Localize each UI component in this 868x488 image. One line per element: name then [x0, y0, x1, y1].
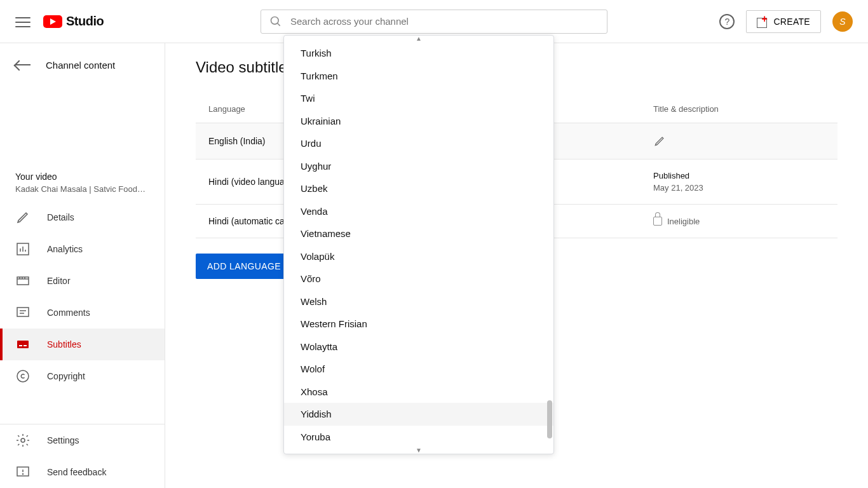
svg-point-18 — [21, 438, 25, 442]
gear-icon — [15, 433, 31, 448]
td-cell: Published May 21, 2023 — [653, 171, 825, 193]
sidebar-item-label: Settings — [47, 435, 79, 445]
dropdown-item[interactable]: Võro — [284, 268, 553, 290]
youtube-icon — [43, 15, 62, 28]
dropdown-item[interactable]: Urdu — [284, 132, 553, 155]
status-text: Published — [653, 171, 825, 180]
create-button[interactable]: CREATE — [746, 10, 821, 33]
chart-icon — [15, 241, 31, 257]
feedback-icon — [15, 464, 31, 480]
svg-point-17 — [17, 370, 29, 382]
dropdown-item[interactable]: Wolaytta — [284, 336, 553, 358]
sidebar-item-label: Analytics — [47, 244, 83, 254]
subtitles-icon — [15, 337, 31, 352]
svg-point-0 — [271, 17, 279, 24]
dropdown-item[interactable]: Ukrainian — [284, 110, 553, 133]
dropdown-item[interactable]: Yoruba — [284, 426, 553, 448]
dropdown-item[interactable]: Western Frisian — [284, 313, 553, 336]
svg-rect-16 — [24, 345, 27, 346]
help-icon[interactable]: ? — [719, 14, 735, 29]
add-language-button[interactable]: ADD LANGUAGE — [196, 254, 292, 279]
sidebar-item-label: Editor — [47, 276, 71, 286]
dropdown-item[interactable]: Venda — [284, 200, 553, 223]
svg-rect-14 — [17, 341, 29, 348]
sidebar-nav: Details Analytics Editor Comments Subtit… — [0, 201, 165, 424]
sidebar-item-editor[interactable]: Editor — [0, 265, 165, 297]
svg-rect-11 — [17, 308, 29, 316]
header-actions: ? CREATE S — [719, 10, 853, 33]
td-cell: Ineligible — [653, 217, 825, 226]
sidebar-item-copyright[interactable]: Copyright — [0, 360, 165, 392]
filmstrip-icon — [15, 273, 31, 288]
dropdown-item[interactable]: Turkmen — [284, 65, 553, 88]
sidebar-bottom: Settings Send feedback — [0, 424, 165, 488]
svg-rect-15 — [19, 345, 22, 346]
dropdown-item[interactable]: Turkish — [284, 42, 553, 65]
menu-icon[interactable] — [15, 14, 31, 29]
dropdown-item[interactable]: Vietnamese — [284, 222, 553, 245]
sidebar-item-feedback[interactable]: Send feedback — [0, 456, 165, 488]
svg-point-21 — [23, 474, 24, 475]
search-icon — [269, 15, 282, 28]
sidebar-item-settings[interactable]: Settings — [0, 424, 165, 456]
dropdown-scrollbar[interactable] — [547, 400, 552, 438]
sidebar-item-label: Copyright — [47, 371, 85, 381]
sidebar-item-label: Send feedback — [47, 467, 106, 477]
video-title: Kadak Chai Masala | Satvic Foods | ... — [15, 184, 149, 194]
sidebar-item-label: Comments — [47, 308, 90, 318]
avatar[interactable]: S — [832, 11, 853, 32]
pencil-icon — [15, 210, 31, 225]
dropdown-list[interactable]: TurkishTurkmenTwiUkrainianUrduUyghurUzbe… — [284, 42, 553, 447]
back-label: Channel content — [46, 60, 115, 71]
date-text: May 21, 2023 — [653, 183, 825, 193]
copyright-icon — [15, 369, 31, 384]
col-title-desc: Title & description — [653, 104, 825, 114]
svg-line-1 — [278, 23, 280, 25]
sidebar-item-analytics[interactable]: Analytics — [0, 233, 165, 265]
comment-icon — [15, 305, 31, 320]
sidebar: Channel content Your video Kadak Chai Ma… — [0, 43, 165, 488]
dropdown-item[interactable]: Volapük — [284, 245, 553, 268]
td-cell — [653, 135, 825, 147]
sidebar-item-details[interactable]: Details — [0, 201, 165, 233]
language-dropdown: ▲ TurkishTurkmenTwiUkrainianUrduUyghurUz… — [283, 35, 554, 454]
dropdown-item[interactable]: Uzbek — [284, 177, 553, 200]
sidebar-item-comments[interactable]: Comments — [0, 297, 165, 329]
create-icon — [757, 16, 768, 27]
back-arrow-icon — [15, 64, 31, 65]
sidebar-item-label: Details — [47, 212, 74, 222]
your-video-label: Your video — [15, 172, 149, 182]
search-input[interactable] — [261, 10, 607, 34]
dropdown-item[interactable]: Xhosa — [284, 381, 553, 403]
ineligible-text: Ineligible — [667, 217, 700, 226]
sidebar-item-label: Subtitles — [47, 339, 81, 349]
scroll-down-icon[interactable]: ▼ — [284, 447, 553, 454]
create-label: CREATE — [773, 17, 810, 27]
dropdown-item[interactable]: Welsh — [284, 290, 553, 313]
sidebar-item-subtitles[interactable]: Subtitles — [0, 329, 165, 360]
dropdown-item[interactable]: Uyghur — [284, 155, 553, 178]
dropdown-item[interactable]: Yiddish — [284, 403, 553, 426]
studio-logo[interactable]: Studio — [43, 14, 104, 29]
video-meta: Your video Kadak Chai Masala | Satvic Fo… — [0, 163, 165, 201]
pencil-icon[interactable] — [653, 135, 666, 147]
logo-text: Studio — [66, 14, 104, 29]
scroll-up-icon[interactable]: ▲ — [284, 36, 553, 42]
search-container — [261, 10, 607, 34]
dropdown-item[interactable]: Wolof — [284, 358, 553, 381]
svg-rect-6 — [17, 277, 29, 285]
lock-icon — [653, 217, 662, 226]
video-thumbnail[interactable] — [9, 86, 156, 163]
dropdown-item[interactable]: Twi — [284, 87, 553, 110]
back-nav[interactable]: Channel content — [0, 43, 165, 86]
